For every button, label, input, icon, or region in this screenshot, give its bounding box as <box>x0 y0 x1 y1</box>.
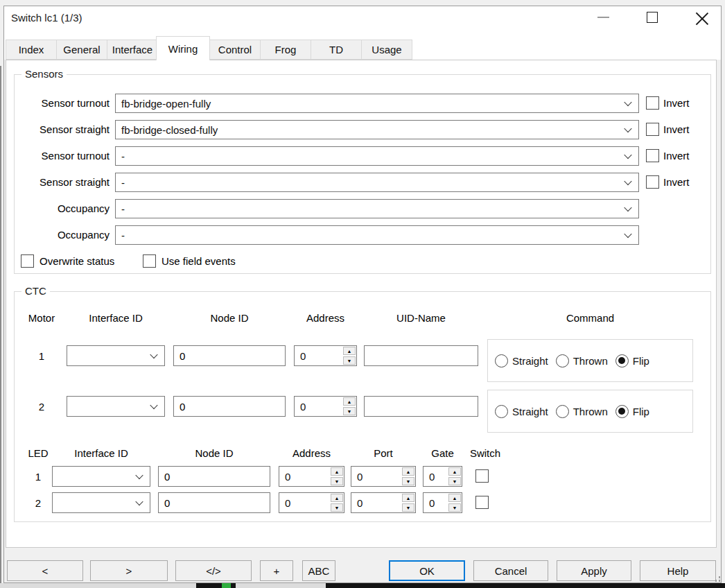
address-header: Address <box>294 312 357 324</box>
motor-2-uid-name-field[interactable] <box>364 396 478 417</box>
overwrite-status-checkbox[interactable] <box>21 254 34 268</box>
spin-down-button[interactable]: ▼ <box>331 477 343 485</box>
tab-td[interactable]: TD <box>311 40 362 60</box>
led-2-gate-spinner[interactable]: 0 ▲ ▼ <box>423 492 462 513</box>
spin-up-button[interactable]: ▲ <box>343 347 356 355</box>
maximize-icon[interactable] <box>647 12 658 23</box>
radio-option-straight[interactable]: Straight <box>495 354 548 368</box>
spin-down-button[interactable]: ▼ <box>343 356 356 365</box>
radio-option-thrown[interactable]: Thrown <box>556 405 608 418</box>
radio-icon <box>495 354 508 368</box>
tab-general[interactable]: General <box>56 40 107 60</box>
led-2-node-id-field[interactable] <box>158 492 270 513</box>
abc-button[interactable]: ABC <box>302 560 335 581</box>
sensor-turnout-1-select[interactable]: fb-bridge-open-fully <box>115 94 639 113</box>
led-1-port-spinner[interactable]: 0 ▲ ▼ <box>351 466 416 487</box>
uid-name-header: UID-Name <box>364 312 478 324</box>
tab-usage[interactable]: Usage <box>361 40 412 60</box>
chevron-down-icon <box>624 98 631 106</box>
spin-down-button[interactable]: ▼ <box>402 477 414 485</box>
invert-checkbox-3[interactable] <box>646 149 659 162</box>
spinner-value: 0 <box>423 467 448 486</box>
spin-up-button[interactable]: ▲ <box>331 494 343 502</box>
close-icon[interactable] <box>696 11 708 24</box>
motor-2-node-id-field[interactable] <box>173 396 286 417</box>
spin-down-button[interactable]: ▼ <box>402 503 414 512</box>
add-button[interactable]: + <box>260 560 293 581</box>
led-2-address-spinner[interactable]: 0 ▲ ▼ <box>279 492 344 513</box>
xml-button[interactable]: </> <box>175 560 252 581</box>
cancel-button[interactable]: Cancel <box>473 560 548 581</box>
spin-down-button[interactable]: ▼ <box>343 407 356 415</box>
motor-1-interface-select[interactable] <box>67 345 165 366</box>
radio-label: Straight <box>512 406 548 417</box>
radio-icon <box>615 354 629 368</box>
help-button[interactable]: Help <box>640 560 716 581</box>
led-1-address-spinner[interactable]: 0 ▲ ▼ <box>279 466 344 487</box>
combo-value: fb-bridge-open-fully <box>121 98 211 110</box>
combo-value: - <box>121 150 125 162</box>
spin-up-button[interactable]: ▲ <box>343 397 356 406</box>
radio-option-flip[interactable]: Flip <box>615 405 649 418</box>
led-interface-id-header: Interface ID <box>52 447 150 459</box>
radio-option-flip[interactable]: Flip <box>615 354 649 368</box>
tab-wiring[interactable]: Wiring <box>156 36 210 60</box>
spin-down-button[interactable]: ▼ <box>448 503 461 512</box>
spin-down-button[interactable]: ▼ <box>331 503 343 512</box>
radio-option-thrown[interactable]: Thrown <box>556 354 608 368</box>
spinner-value: 0 <box>351 493 401 512</box>
led-2-interface-select[interactable] <box>52 492 150 513</box>
occupancy-2-select[interactable]: - <box>115 225 639 245</box>
led-2-switch-checkbox[interactable] <box>475 496 489 509</box>
radio-label: Thrown <box>573 406 608 417</box>
sensor-straight-1-select[interactable]: fb-bridge-closed-fully <box>115 120 639 139</box>
chevron-down-icon <box>150 401 157 409</box>
motor-2-interface-select[interactable] <box>67 396 165 417</box>
combo-value: - <box>121 230 125 241</box>
spin-up-button[interactable]: ▲ <box>402 494 414 502</box>
invert-checkbox-4[interactable] <box>646 175 659 189</box>
led-1-interface-select[interactable] <box>52 466 150 487</box>
motor-header: Motor <box>21 312 62 324</box>
sensor-straight-2-select[interactable]: - <box>115 173 639 192</box>
use-field-events-checkbox[interactable] <box>143 254 156 268</box>
motor-1-uid-name-field[interactable] <box>364 345 478 366</box>
motor-1-node-id-field[interactable] <box>173 345 286 366</box>
combo-value: fb-bridge-closed-fully <box>121 124 218 136</box>
spin-up-button[interactable]: ▲ <box>402 467 414 476</box>
spinner-value: 0 <box>351 467 401 486</box>
tab-frog[interactable]: Frog <box>260 40 311 60</box>
invert-checkbox-1[interactable] <box>646 96 659 110</box>
chevron-down-icon <box>135 472 143 479</box>
led-1-gate-spinner[interactable]: 0 ▲ ▼ <box>423 466 462 487</box>
led-2-number: 2 <box>21 497 55 509</box>
occupancy-1-select[interactable]: - <box>115 199 639 218</box>
led-2-port-spinner[interactable]: 0 ▲ ▼ <box>351 492 416 513</box>
motor-2-command-group: Straight Thrown Flip <box>487 390 693 433</box>
prev-button[interactable]: < <box>7 560 83 581</box>
spin-up-button[interactable]: ▲ <box>331 467 343 476</box>
spinner-value: 0 <box>423 493 448 512</box>
tab-interface[interactable]: Interface <box>107 40 158 60</box>
radio-option-straight[interactable]: Straight <box>495 405 548 418</box>
next-button[interactable]: > <box>90 560 168 581</box>
spinner-buttons: ▲ ▼ <box>342 346 356 365</box>
motor-1-address-spinner[interactable]: 0 ▲ ▼ <box>294 345 357 366</box>
radio-label: Flip <box>633 406 649 417</box>
minimize-icon[interactable] <box>597 17 609 18</box>
spin-up-button[interactable]: ▲ <box>448 494 461 502</box>
apply-button[interactable]: Apply <box>557 560 631 581</box>
motor-2-address-spinner[interactable]: 0 ▲ ▼ <box>294 396 357 417</box>
spinner-value: 0 <box>279 493 330 512</box>
spin-up-button[interactable]: ▲ <box>448 467 461 476</box>
sensor-turnout-2-select[interactable]: - <box>115 146 639 166</box>
node-id-header: Node ID <box>173 312 286 324</box>
ok-button[interactable]: OK <box>389 560 465 581</box>
spin-down-button[interactable]: ▼ <box>448 477 461 485</box>
led-1-node-id-field[interactable] <box>158 466 270 487</box>
led-1-switch-checkbox[interactable] <box>475 469 489 483</box>
tab-control[interactable]: Control <box>209 40 261 60</box>
invert-checkbox-2[interactable] <box>646 123 659 136</box>
tab-index[interactable]: Index <box>6 40 57 60</box>
spinner-buttons: ▲ ▼ <box>401 493 415 512</box>
